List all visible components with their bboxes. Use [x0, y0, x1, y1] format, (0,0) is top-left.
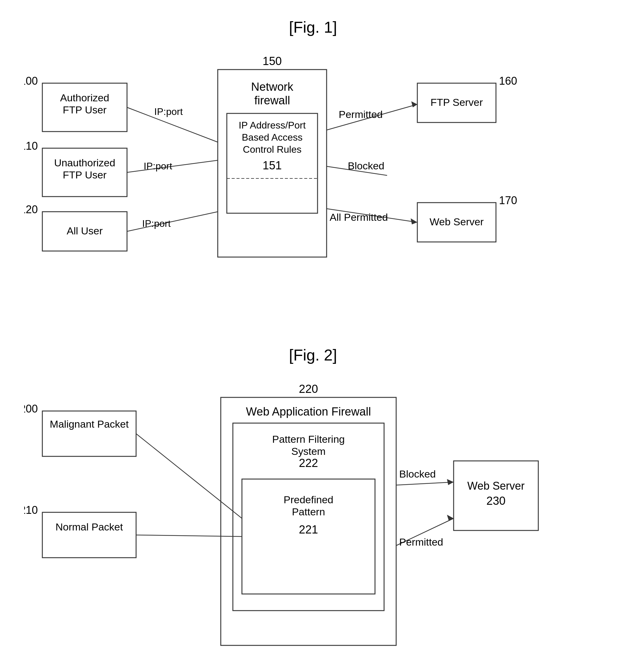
fig1-label-170: 170 [499, 194, 517, 207]
fig2-pp-text2: Pattern [292, 506, 325, 518]
fig1-label-120: 120 [24, 203, 38, 216]
fig1-arrow-unauth-fw [127, 160, 218, 172]
fig1-ftp-server-text: FTP Server [430, 96, 483, 108]
fig2-arrow-blocked-label: Blocked [399, 468, 436, 480]
fig2-pp-text1: Predefined [284, 494, 333, 505]
fig1-ac-text3: Control Rules [243, 144, 302, 155]
fig1-arrow-auth-label: IP:port [154, 106, 183, 117]
fig2-web-server-text1: Web Server [467, 480, 524, 492]
fig1-arrow-alluser-label: IP:port [142, 218, 171, 229]
fig1-label-100: 100 [24, 75, 38, 87]
fig2-arrow-permitted-head [447, 515, 454, 521]
fig1-unauth-ftp-text2: FTP User [63, 169, 107, 181]
fig2-pfs-id: 222 [299, 457, 318, 470]
fig1-auth-ftp-text2: FTP User [63, 104, 107, 116]
fig1-arrow-fw-web-head [411, 218, 417, 224]
fig1-auth-ftp-text1: Authorized [60, 92, 110, 103]
page: [Fig. 1] 150 Network firewall IP Address… [0, 0, 626, 672]
fig1-arrow-fw-ftp-label: Permitted [339, 109, 383, 120]
fig1-label-150: 150 [263, 55, 282, 68]
fig1-arrow-unauth-label: IP:port [144, 161, 172, 171]
fig2-arrow-blocked [396, 482, 454, 485]
fig2-title: [Fig. 2] [24, 346, 602, 364]
fig2-web-server-id: 230 [486, 495, 505, 507]
fig2-pfs-text1: Pattern Filtering [272, 433, 345, 445]
fig1-ac-id: 151 [263, 159, 282, 172]
fig1-arrow-fw-blocked-label: Blocked [348, 160, 384, 171]
fig2-label-200: 200 [24, 403, 38, 415]
fig2-arrow-blocked-head [447, 479, 454, 485]
fig1-svg: 150 Network firewall IP Address/Port Bas… [24, 48, 602, 320]
fig2-diagram: 220 Web Application Firewall Pattern Fil… [24, 376, 602, 672]
fig1-nf-label1: Network [251, 80, 293, 93]
fig1-label-160: 160 [499, 75, 517, 87]
fig2-pp-id: 221 [299, 523, 318, 536]
fig2-malignant-text1: Malignant Packet [50, 418, 129, 430]
fig1-ac-text1: IP Address/Port [239, 120, 306, 131]
fig1-arrow-fw-web-label: All Permitted [330, 211, 388, 223]
fig2-normal-box [42, 512, 136, 558]
fig1-ac-text2: Based Access [242, 132, 303, 143]
fig2-malignant-box [42, 411, 136, 456]
fig2-normal-text1: Normal Packet [56, 521, 123, 533]
fig2-svg: 220 Web Application Firewall Pattern Fil… [24, 376, 602, 672]
fig1-all-user-text: All User [67, 225, 102, 237]
fig1-web-server-text: Web Server [430, 216, 484, 227]
fig2-label-210: 210 [24, 504, 38, 516]
fig1-diagram: 150 Network firewall IP Address/Port Bas… [24, 48, 602, 322]
fig1-unauth-ftp-text1: Unauthorized [54, 157, 115, 168]
fig2-waf-label: Web Application Firewall [246, 405, 371, 418]
fig1-title: [Fig. 1] [24, 18, 602, 36]
fig1-label-110: 110 [24, 140, 38, 152]
fig2-arrow-permitted-label: Permitted [399, 536, 443, 548]
fig1-arrow-fw-ftp-head [411, 101, 417, 107]
fig1-arrow-alluser-fw [127, 212, 218, 231]
fig2-pfs-text2: System [291, 446, 326, 457]
fig2-label-220: 220 [299, 383, 318, 395]
fig1-nf-label2: firewall [254, 94, 290, 107]
